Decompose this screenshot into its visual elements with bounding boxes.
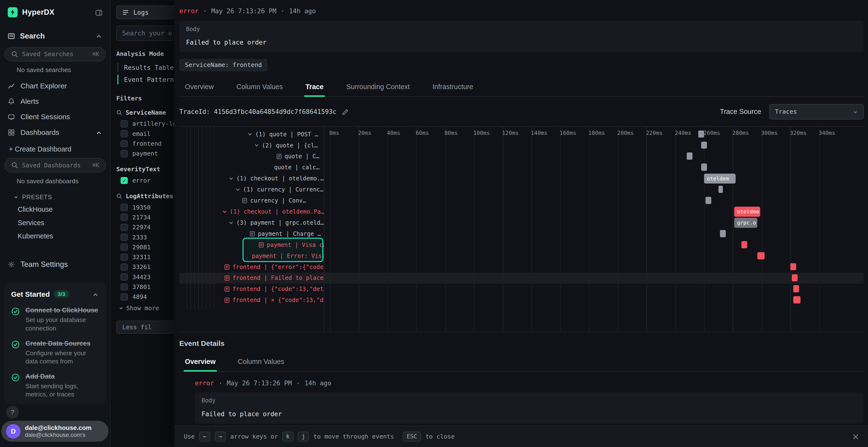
grid-icon — [8, 129, 15, 136]
checkbox[interactable] — [121, 224, 128, 231]
span-bar[interactable] — [741, 241, 747, 248]
monitor-icon — [8, 113, 15, 121]
checkbox[interactable] — [121, 120, 128, 128]
checkbox[interactable] — [121, 234, 128, 241]
help-button[interactable]: ? — [6, 406, 19, 419]
chevron-up-icon[interactable] — [92, 289, 99, 299]
span-tree-row[interactable]: payment | Visa ca… — [179, 239, 324, 250]
span-bar[interactable] — [793, 296, 801, 304]
search-placeholder: Search your e — [122, 29, 172, 37]
tab-trace[interactable]: Trace — [306, 79, 323, 96]
span-bar[interactable] — [701, 142, 707, 149]
user-card[interactable]: D dale@clickhouse.com dale@clickhouse.co… — [1, 421, 108, 442]
span-tree-row[interactable]: quote | C… — [179, 151, 324, 162]
gear-icon — [8, 261, 15, 268]
sidebar-item-alerts[interactable]: Alerts — [0, 94, 110, 109]
span-tree-row[interactable]: currency | Conv… — [179, 195, 324, 206]
get-started-badge: 3/3 — [54, 290, 69, 298]
grid-line — [704, 127, 705, 332]
span-tree-row[interactable]: (1) checkout | oteldemo.… — [179, 173, 324, 184]
timeline-tick-label: 340ms — [818, 130, 835, 136]
chevron-down-icon — [852, 108, 858, 115]
span-bar[interactable] — [698, 131, 704, 138]
tab-ed-overview[interactable]: Overview — [185, 354, 216, 371]
span-bar[interactable] — [718, 186, 723, 193]
checkbox[interactable] — [121, 264, 128, 271]
drawer-tabs: Overview Column Values Trace Surrounding… — [179, 79, 864, 97]
tab-ed-column-values[interactable]: Column Values — [238, 354, 284, 371]
span-bar[interactable]: oteldem — [704, 174, 736, 183]
trace-id-bar: TraceId: 4156d3fbc40a64854d9dc7f68641593… — [179, 97, 864, 126]
preset-item-kubernetes[interactable]: Kubernetes — [0, 230, 110, 243]
checkbox[interactable] — [121, 140, 128, 147]
no-saved-dashboards-note: No saved dashboards — [0, 172, 110, 189]
tab-overview[interactable]: Overview — [185, 79, 214, 96]
grid-line — [502, 127, 503, 332]
checkbox[interactable] — [121, 294, 128, 301]
checkbox[interactable]: ✓ — [121, 177, 128, 184]
chevron-up-icon[interactable] — [95, 32, 102, 40]
get-started-step[interactable]: Create Data Sources Configure where your… — [11, 340, 99, 366]
span-bar[interactable] — [687, 152, 692, 160]
grid-line — [445, 127, 445, 332]
span-tree-row[interactable]: (1) checkout | oteldemo.Pa… — [179, 206, 324, 217]
tab-surrounding-context[interactable]: Surrounding Context — [346, 79, 410, 96]
span-bar[interactable] — [793, 285, 799, 293]
span-bar[interactable] — [790, 263, 796, 271]
span-bar[interactable] — [701, 164, 707, 171]
close-icon[interactable] — [852, 433, 859, 440]
sidebar-item-client-sessions[interactable]: Client Sessions — [0, 109, 110, 125]
sidebar-item-chart-explorer[interactable]: Chart Explorer — [0, 78, 110, 94]
sidebar-collapse-icon[interactable] — [95, 7, 102, 18]
checkbox[interactable] — [121, 253, 128, 261]
trace-source-select[interactable]: Traces — [769, 104, 863, 119]
edit-pencil-icon[interactable] — [342, 108, 349, 115]
tab-column-values[interactable]: Column Values — [237, 79, 283, 96]
checkbox[interactable] — [121, 150, 128, 157]
span-tree-row[interactable]: payment | Error: Visa… — [179, 250, 324, 262]
service-name-tag[interactable]: ServiceName: frontend — [179, 59, 268, 71]
timeline-tick-label: 80ms — [444, 130, 458, 136]
create-dashboard-button[interactable]: + Create Dashboard — [0, 140, 110, 157]
tab-infrastructure[interactable]: Infrastructure — [432, 79, 473, 96]
span-tree-row[interactable]: (3) payment | grpc.oteld… — [179, 217, 324, 228]
timeline-tick-label: 0ms — [329, 130, 339, 136]
logs-icon — [122, 9, 129, 16]
preset-item-services[interactable]: Services — [0, 216, 110, 230]
span-bar[interactable] — [757, 252, 765, 260]
span-bar[interactable] — [792, 274, 798, 281]
span-bar[interactable] — [706, 197, 711, 204]
saved-dashboards-input[interactable]: Saved Dashboards ⌘K — [4, 158, 105, 172]
sidebar-item-dashboards[interactable]: Dashboards — [0, 125, 110, 140]
checkbox[interactable] — [121, 273, 128, 281]
span-tree-row[interactable]: quote | calc… — [179, 162, 324, 173]
span-bar[interactable] — [720, 230, 726, 237]
checkbox[interactable] — [121, 130, 128, 137]
span-bar[interactable]: oteldem — [734, 207, 760, 216]
span-tree-row[interactable]: (1) currency | Currenc… — [179, 184, 324, 195]
presets-toggle[interactable]: PRESETS — [0, 189, 110, 203]
span-tree-row[interactable]: frontend | {"code":13,"det… — [179, 283, 324, 295]
span-tree-row[interactable]: frontend | {"error":{"code… — [179, 262, 324, 273]
timeline-tick-label: 60ms — [416, 130, 429, 136]
get-started-step[interactable]: Connect to ClickHouse Set up your databa… — [11, 306, 99, 332]
get-started-step[interactable]: Add Data Start sending logs, metrics, or… — [11, 373, 99, 399]
timeline-tick-label: 320ms — [790, 130, 807, 136]
span-tree-row[interactable]: frontend | Failed to place… — [179, 273, 324, 284]
team-settings-button[interactable]: Team Settings — [0, 255, 110, 274]
checkbox[interactable] — [121, 243, 128, 251]
search-icon — [11, 162, 18, 169]
search-section-header[interactable]: Search — [0, 26, 110, 46]
saved-searches-input[interactable]: Saved Searches ⌘K — [4, 47, 105, 61]
span-bar[interactable]: grpc.o — [734, 218, 757, 228]
span-tree-row[interactable]: (1) quote | POST … — [179, 129, 324, 140]
checkbox[interactable] — [121, 204, 128, 211]
checkbox[interactable] — [121, 214, 128, 221]
span-tree-row[interactable]: payment | Charge … — [179, 228, 324, 239]
preset-item-clickhouse[interactable]: ClickHouse — [0, 203, 110, 216]
checkbox[interactable] — [121, 283, 128, 291]
span-tree-row[interactable]: frontend | × {"code":13,"d… — [179, 295, 324, 306]
span-tree-row[interactable]: (2) quote | {cl… — [179, 140, 324, 151]
grid-line — [330, 127, 330, 332]
chevron-up-icon[interactable] — [95, 128, 102, 137]
